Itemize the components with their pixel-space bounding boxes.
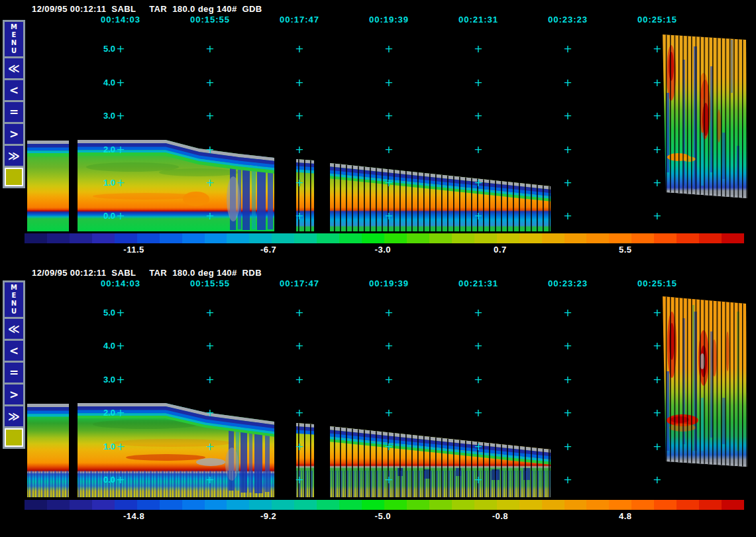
time-label: 00:25:15 xyxy=(616,278,698,288)
grid-plus-mark: + xyxy=(652,442,663,452)
fast-rewind-button[interactable]: ≪ xyxy=(5,58,23,78)
pause-button[interactable]: = xyxy=(5,102,23,122)
fast-forward-button[interactable]: ≫ xyxy=(5,146,23,166)
step-back-button[interactable]: < xyxy=(5,341,23,361)
colorbar-label: -11.5 xyxy=(113,245,155,255)
grid-plus-mark: + xyxy=(384,78,394,88)
colorbar-gdb xyxy=(25,233,744,243)
grid-plus-mark: + xyxy=(563,178,573,188)
plot-bottom-rdb xyxy=(26,295,749,497)
grid-plus-mark: + xyxy=(205,375,215,385)
grid-plus-mark: + xyxy=(652,44,663,54)
colorbar-block xyxy=(294,233,317,243)
time-label: 00:21:31 xyxy=(437,15,519,25)
grid-plus-mark: + xyxy=(473,44,484,54)
colorbar-block xyxy=(272,500,294,510)
grid-plus-mark: + xyxy=(384,341,394,351)
grid-plus-mark: + xyxy=(563,44,573,54)
grid-plus-mark: + xyxy=(652,211,663,221)
colorbar-block xyxy=(429,233,452,243)
colorbar-block xyxy=(47,233,70,243)
colorbar-block xyxy=(586,500,609,510)
fast-forward-button[interactable]: ≫ xyxy=(5,406,23,426)
colorbar-block xyxy=(519,500,542,510)
fast-rewind-button[interactable]: ≪ xyxy=(5,319,23,339)
grid-plus-mark: + xyxy=(473,442,484,452)
colorbar-label: 4.8 xyxy=(604,511,647,521)
grid-plus-mark: + xyxy=(115,111,126,121)
colorbar-block xyxy=(565,233,587,243)
sidebar-rdb: MENU≪<=>≫ xyxy=(3,280,25,449)
grid-plus-mark: + xyxy=(294,442,305,452)
colorbar-block xyxy=(699,500,722,510)
grid-plus-mark: + xyxy=(115,341,126,351)
grid-plus-mark: + xyxy=(115,308,126,318)
colorbar-block xyxy=(362,233,384,243)
colorbar-label: -0.8 xyxy=(479,511,521,521)
grid-plus-mark: + xyxy=(294,178,305,188)
sidebar-gdb: MENU≪<=>≫ xyxy=(3,20,25,188)
altitude-label: 5.0 xyxy=(89,44,115,54)
altitude-label: 4.0 xyxy=(89,78,115,88)
grid-plus-mark: + xyxy=(115,145,126,155)
step-forward-button[interactable]: > xyxy=(5,385,23,404)
grid-plus-mark: + xyxy=(205,442,215,452)
colorbar-block xyxy=(609,233,631,243)
colorbar-block xyxy=(631,233,654,243)
grid-plus-mark: + xyxy=(384,308,394,318)
colorbar-label: -14.8 xyxy=(113,511,155,521)
grid-plus-mark: + xyxy=(384,211,394,221)
colorbar-block xyxy=(249,500,272,510)
pause-button[interactable]: = xyxy=(5,363,23,383)
grid-plus-mark: + xyxy=(294,111,305,121)
step-forward-button[interactable]: > xyxy=(5,124,23,144)
grid-plus-mark: + xyxy=(652,145,663,155)
grid-plus-mark: + xyxy=(473,308,484,318)
time-label: 00:15:55 xyxy=(169,278,251,288)
grid-plus-mark: + xyxy=(563,308,573,318)
altitude-label: 2.0 xyxy=(89,145,115,154)
colorbar-block xyxy=(474,233,497,243)
altitude-label: 2.0 xyxy=(89,408,115,418)
grid-plus-mark: + xyxy=(652,375,663,385)
colorbar-block xyxy=(586,233,609,243)
grid-plus-mark: + xyxy=(384,111,394,121)
grid-plus-mark: + xyxy=(473,145,484,155)
grid-plus-mark: + xyxy=(473,111,484,121)
colorbar-block xyxy=(429,500,452,510)
colorbar-block xyxy=(92,500,115,510)
grid-plus-mark: + xyxy=(473,475,484,485)
colorbar-block xyxy=(182,500,205,510)
grid-plus-mark: + xyxy=(294,408,305,418)
altitude-label: 3.0 xyxy=(89,375,115,385)
color-swatch-button[interactable] xyxy=(5,168,23,186)
grid-plus-mark: + xyxy=(473,211,484,221)
grid-plus-mark: + xyxy=(563,442,573,452)
colorbar-label: 0.7 xyxy=(479,245,521,255)
colorbar-block xyxy=(699,233,722,243)
grid-plus-mark: + xyxy=(652,178,663,188)
menu-button[interactable]: MENU xyxy=(5,282,23,317)
grid-plus-mark: + xyxy=(652,111,663,121)
menu-button[interactable]: MENU xyxy=(5,22,23,56)
grid-plus-mark: + xyxy=(473,408,484,418)
step-back-button[interactable]: < xyxy=(5,80,23,100)
grid-plus-mark: + xyxy=(652,78,663,88)
colorbar-block xyxy=(294,500,317,510)
altitude-label: 0.0 xyxy=(89,475,115,485)
colorbar-label: 5.5 xyxy=(604,245,647,255)
grid-plus-mark: + xyxy=(115,78,126,88)
grid-plus-mark: + xyxy=(473,78,484,88)
altitude-label: 5.0 xyxy=(89,308,115,318)
colorbar-block xyxy=(160,233,182,243)
grid-plus-mark: + xyxy=(205,178,215,188)
colorbar-block xyxy=(542,500,565,510)
colorbar-block xyxy=(609,500,631,510)
colorbar-block xyxy=(182,233,205,243)
grid-plus-mark: + xyxy=(473,375,484,385)
grid-plus-mark: + xyxy=(115,178,126,188)
colorbar-block xyxy=(137,233,160,243)
colorbar-block xyxy=(137,500,160,510)
colorbar-label: -6.7 xyxy=(247,245,290,255)
color-swatch-button[interactable] xyxy=(5,428,23,447)
